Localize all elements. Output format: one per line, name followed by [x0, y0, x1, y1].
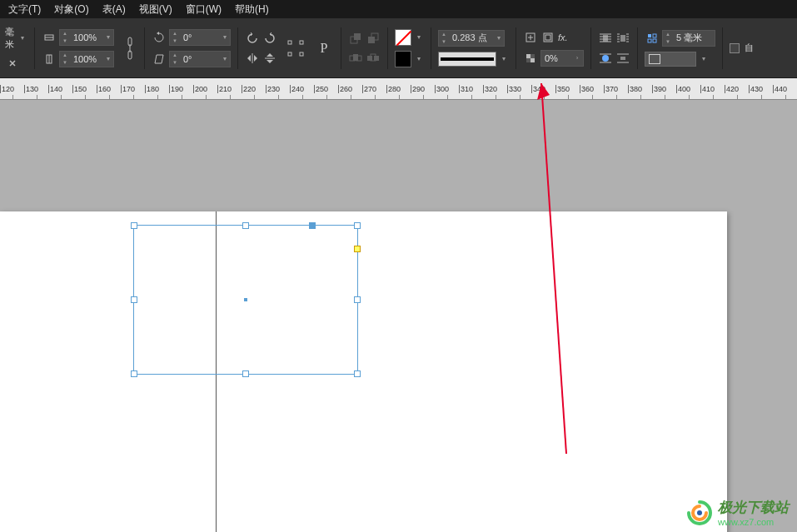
down-arrow-icon[interactable]: ▼: [60, 59, 70, 67]
menubar: 文字(T) 对象(O) 表(A) 视图(V) 窗口(W) 帮助(H): [0, 0, 797, 18]
menu-object[interactable]: 对象(O): [47, 1, 95, 18]
menu-view[interactable]: 视图(V): [132, 1, 179, 18]
bring-to-front-icon[interactable]: [348, 51, 363, 66]
svg-point-27: [602, 55, 609, 62]
menu-text[interactable]: 文字(T): [2, 1, 47, 18]
wrap-bounding-icon[interactable]: [615, 31, 630, 46]
dropdown-icon[interactable]: ▾: [103, 33, 113, 41]
opacity-value[interactable]: 0%: [541, 53, 571, 63]
menu-help[interactable]: 帮助(H): [228, 1, 276, 18]
up-arrow-icon[interactable]: ▲: [60, 52, 70, 59]
watermark-logo-icon: [686, 500, 713, 526]
ruler-tick: 190: [169, 85, 183, 93]
up-arrow-icon[interactable]: ▲: [439, 31, 449, 38]
rotate-ccw-icon[interactable]: [245, 31, 260, 46]
menu-window[interactable]: 窗口(W): [179, 1, 228, 18]
canvas-area[interactable]: [0, 100, 797, 532]
menu-table[interactable]: 表(A): [96, 1, 132, 18]
scale-y-input[interactable]: ▲▼ 100% ▾: [59, 51, 114, 67]
resize-handle-e[interactable]: [354, 296, 361, 303]
fit-content-icon[interactable]: [523, 30, 538, 45]
up-arrow-icon[interactable]: ▲: [170, 52, 180, 59]
opacity-input[interactable]: 0% ›: [540, 50, 584, 67]
opacity-slider-icon[interactable]: ›: [571, 54, 583, 62]
scale-x-input[interactable]: ▲▼ 100% ▾: [59, 29, 114, 46]
down-arrow-icon[interactable]: ▼: [663, 38, 673, 46]
resize-handle-n[interactable]: [242, 222, 249, 229]
stroke-dropdown-icon[interactable]: ▾: [414, 55, 424, 62]
corner-link-icon[interactable]: [645, 31, 660, 46]
wrap-none-icon[interactable]: [598, 31, 613, 46]
svg-rect-21: [526, 54, 531, 58]
unit-dropdown-icon[interactable]: ▾: [17, 34, 27, 42]
down-arrow-icon[interactable]: ▼: [170, 37, 180, 45]
corner-shape-select[interactable]: [645, 52, 696, 67]
rotation-input[interactable]: ▲▼ 0° ▾: [169, 29, 231, 46]
dropdown-icon[interactable]: ▾: [220, 55, 230, 62]
stroke-style-preview[interactable]: [438, 52, 496, 67]
ruler-tick: 230: [266, 85, 280, 93]
up-arrow-icon[interactable]: ▲: [60, 30, 70, 37]
stroke-black-swatch[interactable]: [395, 51, 411, 67]
rotate-icon: [152, 30, 167, 45]
resize-handle-s[interactable]: [242, 370, 249, 377]
svg-rect-5: [300, 41, 303, 44]
dropdown-icon[interactable]: ▾: [494, 34, 504, 42]
opacity-icon: [523, 51, 538, 66]
live-corner-handle[interactable]: [354, 246, 361, 252]
down-arrow-icon[interactable]: ▼: [439, 38, 449, 46]
stroke-style-dropdown-icon[interactable]: ▾: [499, 55, 509, 62]
corner-size-input[interactable]: ▲▼ 5 毫米: [662, 30, 715, 47]
wrap-shape-icon[interactable]: [598, 51, 613, 66]
horizontal-ruler[interactable]: 1201301401501601701801902002102202302402…: [0, 78, 797, 100]
ruler-tick: 390: [652, 85, 666, 93]
down-arrow-icon[interactable]: ▼: [60, 37, 70, 45]
scale-x-value[interactable]: 100%: [70, 32, 103, 42]
scale-x-icon: [42, 30, 57, 45]
stroke-weight-value[interactable]: 0.283 点: [449, 32, 494, 44]
paragraph-icon[interactable]: P: [314, 32, 334, 65]
fill-dropdown-icon[interactable]: ▾: [414, 33, 424, 41]
toolbar-divider: [237, 27, 238, 69]
down-arrow-icon[interactable]: ▼: [170, 59, 180, 67]
send-backward-icon[interactable]: [366, 31, 381, 46]
resize-handle-se[interactable]: [354, 370, 361, 377]
rotate-cw-icon[interactable]: [262, 31, 277, 46]
svg-rect-16: [367, 56, 372, 61]
fx-button[interactable]: fx.: [558, 32, 568, 42]
resize-handle-sw[interactable]: [131, 370, 137, 377]
center-point[interactable]: [244, 298, 247, 301]
rotation-value[interactable]: 0°: [180, 32, 220, 42]
resize-handle-ne[interactable]: [354, 222, 361, 229]
up-arrow-icon[interactable]: ▲: [663, 31, 673, 38]
toolbar-divider: [34, 27, 35, 69]
dropdown-icon[interactable]: ▾: [103, 55, 113, 62]
document-page[interactable]: [0, 211, 727, 532]
corner-size-value[interactable]: 5 毫米: [673, 32, 715, 44]
link-scale-icon[interactable]: [5, 56, 20, 71]
dropdown-icon[interactable]: ▾: [220, 33, 230, 41]
bring-forward-icon[interactable]: [348, 31, 363, 46]
resize-handle-w[interactable]: [131, 296, 137, 303]
wrap-jump-icon[interactable]: [615, 51, 630, 66]
ruler-tick: 380: [628, 85, 642, 93]
corner-shape-dropdown-icon[interactable]: ▾: [699, 55, 709, 62]
selection-target-icon[interactable]: [286, 32, 306, 65]
flip-vertical-icon[interactable]: [262, 51, 277, 66]
auto-fit-checkbox[interactable]: [730, 43, 740, 53]
fit-frame-icon[interactable]: [540, 30, 555, 45]
constrain-proportions-icon[interactable]: [122, 32, 137, 65]
shear-input[interactable]: ▲▼ 0° ▾: [169, 51, 231, 67]
fill-none-swatch[interactable]: [395, 29, 411, 46]
watermark: 极光下载站 www.xz7.com: [686, 498, 789, 527]
resize-handle-nw[interactable]: [131, 222, 137, 229]
ruler-tick: 170: [121, 85, 135, 93]
up-arrow-icon[interactable]: ▲: [170, 30, 180, 37]
stroke-weight-input[interactable]: ▲▼ 0.283 点 ▾: [438, 30, 505, 47]
selection-box[interactable]: [133, 225, 358, 375]
send-to-back-icon[interactable]: [366, 51, 381, 66]
scale-y-value[interactable]: 100%: [70, 54, 103, 64]
flip-horizontal-icon[interactable]: [245, 51, 260, 66]
rotation-handle[interactable]: [309, 222, 316, 229]
shear-value[interactable]: 0°: [180, 54, 220, 64]
